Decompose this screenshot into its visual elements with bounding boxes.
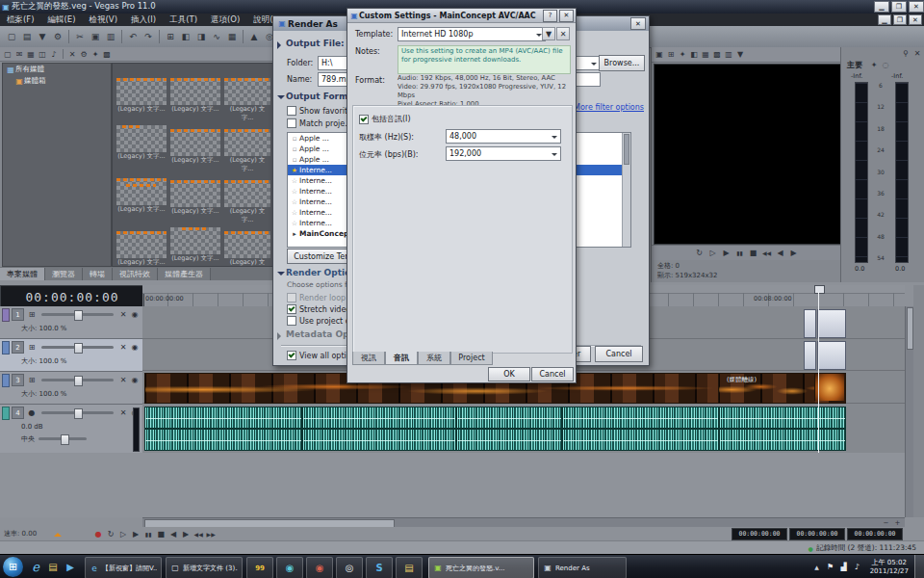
taskbar-task-notepad[interactable]: ▢ 新增文字文件 (3)... — [166, 557, 243, 578]
audio-event[interactable] — [562, 407, 719, 429]
extract-audio-icon[interactable]: ♪ — [48, 48, 60, 60]
media-item[interactable]: (Legacy) 文字... — [224, 220, 270, 267]
tab-transitions[interactable]: 轉場 — [83, 268, 113, 280]
track-motion-icon[interactable]: ⊞ — [26, 309, 38, 321]
help-button[interactable]: ? — [543, 10, 557, 22]
timeline-timecode-display[interactable]: 00:00:00:00 — [0, 285, 144, 308]
start-button[interactable]: ⊞ — [3, 557, 23, 577]
explorer-icon[interactable]: ▤ — [46, 561, 60, 574]
audio-event[interactable] — [719, 407, 846, 429]
loop-icon[interactable]: ↻ — [105, 528, 116, 539]
media-item[interactable]: (Legacy) 文字... — [170, 66, 220, 114]
tab-system[interactable]: 系統 — [418, 352, 450, 365]
expand-arrow-icon[interactable]: ▸ — [290, 230, 299, 238]
flag-icon[interactable]: ⚑ — [824, 561, 837, 574]
loop-play-icon[interactable]: ↻ — [694, 248, 706, 259]
show-hidden-icon[interactable]: ▲ — [810, 561, 824, 574]
zoom-out-icon[interactable]: − — [881, 518, 891, 527]
play-icon[interactable]: ▶ — [130, 528, 141, 539]
import-media-icon[interactable]: ✉ — [13, 48, 25, 60]
media-properties-icon[interactable]: ⚙ — [78, 48, 90, 60]
media-player-icon[interactable]: ▶ — [64, 561, 77, 574]
forward-icon[interactable]: ▶▶ — [205, 528, 217, 539]
video-fx-icon[interactable]: ✦ — [677, 49, 688, 61]
video-event-filmstrip[interactable]: (媒體離線) — [718, 373, 846, 404]
tree-item-all-media[interactable]: ▦ 所有媒體 — [3, 64, 111, 75]
lock-envelopes-icon[interactable]: ∿ — [209, 29, 224, 44]
menu-options[interactable]: 選項(O) — [204, 14, 246, 26]
stop-icon[interactable]: ■ — [155, 528, 167, 539]
track-level-slider[interactable] — [41, 313, 114, 316]
track-motion-icon[interactable]: ⊞ — [26, 375, 38, 386]
media-item[interactable]: (Legacy) 文字... — [116, 118, 167, 161]
cut-icon[interactable]: ✂ — [72, 29, 88, 44]
menu-tools[interactable]: 工具(T) — [163, 14, 204, 26]
track-motion-icon[interactable]: ⊞ — [26, 342, 38, 354]
paste-icon[interactable]: ▥ — [103, 29, 118, 44]
undo-icon[interactable]: ↶ — [125, 29, 141, 44]
open-project-icon[interactable]: ▤ — [19, 29, 35, 44]
cancel-button[interactable]: Cancel — [531, 367, 574, 381]
vscroll-thumb[interactable] — [907, 307, 913, 350]
track-arm-icon[interactable]: ● — [26, 407, 38, 419]
section-arrow-icon[interactable] — [277, 272, 285, 279]
media-item[interactable]: (Legacy) 文字... — [116, 169, 167, 214]
go-to-start-icon[interactable]: ◀ — [167, 528, 179, 539]
media-item[interactable]: (Legacy) 文字... — [170, 118, 220, 165]
menu-file[interactable]: 檔案(F) — [0, 14, 41, 26]
section-arrow-icon[interactable] — [277, 95, 285, 103]
track-pan-slider[interactable] — [38, 437, 87, 440]
match-project-checkbox[interactable]: Match proje... — [287, 118, 352, 128]
project-video-props-icon[interactable]: ▣ — [654, 49, 665, 61]
edit-cursor[interactable] — [818, 292, 819, 453]
show-favorites-checkbox[interactable]: Show favorit... — [287, 106, 355, 116]
browse-button[interactable]: Browse... — [599, 55, 645, 71]
tree-item-media-bin[interactable]: ▣ 媒體箱 — [3, 75, 111, 87]
get-photo-icon[interactable]: ◫ — [37, 48, 48, 60]
track-mute-icon[interactable]: ✕ — [117, 375, 129, 386]
show-desktop-button[interactable] — [914, 555, 924, 578]
tab-video[interactable]: 視訊 — [352, 352, 385, 365]
more-filter-options-link[interactable]: More filter options — [574, 103, 644, 112]
prev-frame-icon[interactable]: ◀ — [775, 248, 786, 259]
rewind-icon[interactable]: ◀◀ — [192, 528, 204, 539]
taskbar-task-vegas[interactable]: ▣ 死亡之翼的發怒.v... — [428, 557, 534, 578]
menu-view[interactable]: 檢視(V) — [83, 14, 124, 26]
ignore-grouping-icon[interactable]: ▦ — [224, 29, 240, 44]
menu-edit[interactable]: 編輯(E) — [41, 14, 83, 26]
media-item[interactable]: (Legacy) 文字... — [116, 220, 167, 267]
meters-fx-icon[interactable]: ✦ — [868, 59, 880, 70]
audio-event[interactable] — [562, 429, 719, 451]
track-mute-icon[interactable]: ✕ — [117, 342, 129, 354]
media-item[interactable]: (Legacy) 文字... — [224, 118, 270, 173]
go-start-icon[interactable]: ◀◀ — [761, 248, 773, 259]
tab-audio[interactable]: 音訊 — [385, 352, 418, 365]
play-from-start-icon[interactable]: ▷ — [707, 248, 719, 259]
favorite-star-icon[interactable]: ☆ — [290, 209, 299, 217]
selection-start-field[interactable]: 00:00:00:00 — [732, 528, 787, 540]
track-mute-icon[interactable]: ✕ — [117, 407, 129, 419]
pause-icon[interactable]: ▮▮ — [142, 528, 154, 539]
selection-length-field[interactable]: 00:00:00:00 — [847, 528, 903, 540]
copy-snapshot-icon[interactable]: ▥ — [723, 49, 734, 61]
track-volume-slider[interactable] — [41, 411, 114, 414]
pause-icon[interactable]: ▮▮ — [734, 248, 746, 259]
save-template-icon[interactable]: ▼ — [542, 27, 555, 40]
overlays-icon[interactable]: ▩ — [711, 49, 723, 61]
child-close-button[interactable]: ✕ — [909, 14, 922, 25]
close-button[interactable]: ✕ — [909, 1, 924, 13]
next-frame-icon[interactable]: ▶ — [788, 248, 800, 259]
selection-end-field[interactable]: 00:00:00:00 — [789, 528, 845, 540]
track-header-1[interactable]: 1 ⊞ ✕ ◉ 大小: 100.0 % — [0, 306, 142, 339]
media-item[interactable]: (Legacy) 文字... — [224, 169, 270, 224]
rate-marker-icon[interactable] — [54, 529, 62, 537]
save-snapshot-icon[interactable]: ▼ — [734, 49, 746, 61]
favorite-star-icon[interactable]: ☆ — [290, 188, 299, 196]
volume-icon[interactable]: ♪ — [851, 561, 864, 574]
template-combobox[interactable]: Internet HD 1080p — [398, 27, 546, 41]
track-mute-icon[interactable]: ✕ — [117, 309, 129, 321]
video-event[interactable] — [804, 341, 816, 370]
taskbar-task-small-6[interactable]: ▤ — [396, 557, 423, 578]
edit-cursor-handle[interactable] — [814, 285, 825, 294]
project-properties-icon[interactable]: ⚙ — [50, 29, 65, 44]
